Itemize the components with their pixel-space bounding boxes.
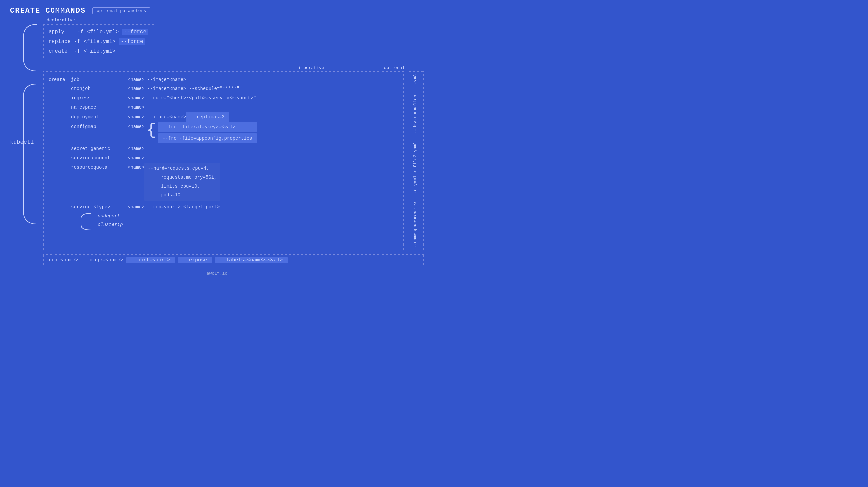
cmd-apply-line: apply -f <file.yml> --force	[49, 27, 151, 37]
cmd-create-resourcequota: resourcequota <name> --hard=requests.cpu…	[49, 163, 399, 201]
kubectl-label: kubectl	[10, 139, 34, 145]
replace-flag: -f <file.yml>	[74, 38, 116, 45]
run-expose-hl: --expose	[178, 257, 212, 263]
footer-text: awolf.io	[207, 271, 227, 276]
cmd-create-ingress: ingress <name> --rule="<host>/<path>=<se…	[49, 93, 399, 103]
apply-flag: -f <file.yml>	[77, 29, 119, 35]
cmd-create-deployment: deployment <name> --image=<name> --repli…	[49, 112, 399, 122]
run-labels-hl: --labels=<name>=<val>	[215, 257, 288, 263]
cmd-create-secret: secret generic <name>	[49, 144, 399, 153]
apply-cmd: apply	[49, 29, 74, 35]
optional-label-right: optional	[384, 65, 405, 70]
declarative-label: declarative	[46, 18, 424, 23]
cmd-create-job: create job <name> --image=<name>	[49, 75, 399, 84]
right-optional-box: --namespace=<name> -o yaml > file2.yaml …	[407, 71, 424, 252]
right-optional-text: --namespace=<name> -o yaml > file2.yaml …	[412, 74, 419, 248]
replace-opt: --force	[119, 38, 145, 45]
cmd-create-cronjob: cronjob <name> --image=<name> --schedule…	[49, 84, 399, 93]
run-box: run <name> --image=<name> --port=<port> …	[43, 254, 424, 266]
optional-badge: optional parameters	[92, 7, 150, 14]
cmd-create-service: service <type> <name> --tcp=<port>:<targ…	[49, 202, 399, 231]
cmd-replace-line: replace -f <file.yml> --force	[49, 37, 151, 47]
apply-opt: --force	[122, 29, 148, 35]
page-title: CREATE COMMANDS	[10, 7, 86, 15]
cmd-create-serviceaccount: serviceaccount <name>	[49, 153, 399, 163]
service-types: nodeport clusterip	[98, 211, 123, 229]
replace-cmd: replace	[49, 38, 71, 45]
cmd-create-declarative-line: create -f <file.yml>	[49, 47, 151, 56]
create-flag: -f <file.yml>	[74, 48, 116, 54]
run-port-hl: --port=<port>	[126, 257, 175, 263]
cmd-create-namespace: namespace <name>	[49, 103, 399, 112]
page-header: CREATE COMMANDS optional parameters	[10, 7, 424, 15]
footer: awolf.io	[10, 271, 424, 276]
imperative-box: create job <name> --image=<name> cronjob…	[43, 71, 404, 252]
run-cmd: run <name> --image=<name>	[49, 257, 126, 263]
service-type-bracket	[78, 211, 98, 231]
rq-box: --hard=requests.cpu=4, requests.memory=5…	[144, 163, 220, 201]
imperative-label: imperative	[299, 65, 324, 70]
cmd-create-configmap: configmap <name> { --from-literal=<key>=…	[49, 122, 399, 143]
create-cmd-decl: create	[49, 48, 71, 54]
declarative-box: apply -f <file.yml> --force replace -f <…	[43, 24, 156, 59]
kubectl-bracket-svg	[13, 18, 43, 244]
